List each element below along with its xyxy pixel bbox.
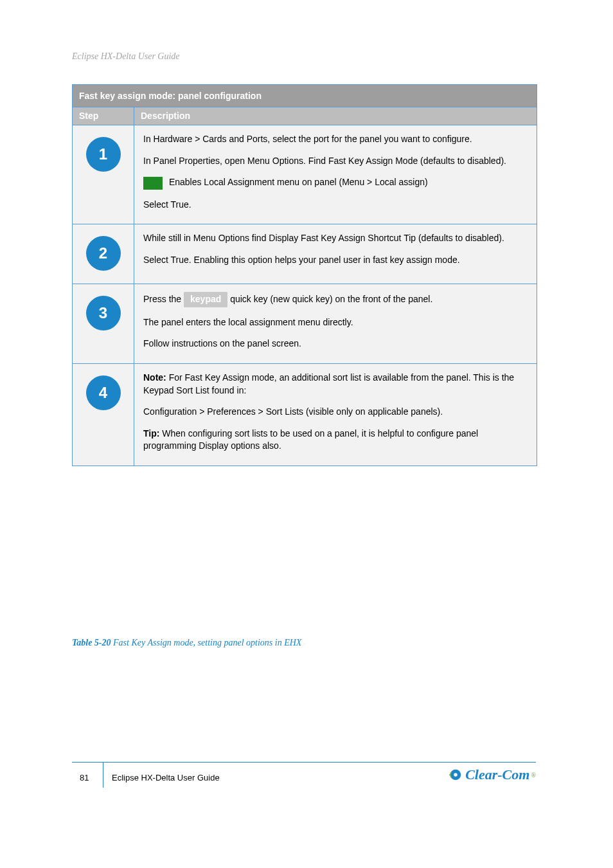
- step-cell: 4: [73, 364, 134, 466]
- step-text: The panel enters the local assignment me…: [143, 316, 528, 329]
- step-badge: 3: [86, 296, 121, 330]
- footer-doc-title: Eclipse HX-Delta User Guide: [112, 773, 220, 782]
- svg-rect-2: [450, 774, 452, 776]
- brand-logo: Clear-Com ®: [449, 766, 536, 783]
- green-swatch-icon: [143, 177, 163, 190]
- col-step-header: Step: [73, 107, 134, 125]
- step-text: Configuration > Preferences > Sort Lists…: [143, 406, 528, 419]
- running-header: Eclipse HX-Delta User Guide: [72, 51, 536, 62]
- svg-rect-4: [450, 776, 452, 777]
- table-caption: Table 5-20 Fast Key Assign mode, setting…: [72, 638, 301, 648]
- step-text: In Hardware > Cards and Ports, select th…: [143, 133, 528, 146]
- step-text: Press the keypad quick key (new quick ke…: [143, 292, 528, 307]
- page-number: 81: [80, 773, 89, 782]
- step-description: While still in Menu Options find Display…: [134, 224, 537, 284]
- footer-rule: [72, 762, 536, 763]
- tip-label: Tip:: [143, 428, 159, 439]
- instruction-table: Fast key assign mode: panel configuratio…: [72, 84, 537, 466]
- step-text: Follow instructions on the panel screen.: [143, 338, 528, 350]
- step-tip: Tip: When configuring sort lists to be u…: [143, 428, 528, 453]
- step-badge: 2: [86, 236, 121, 271]
- note-text: For Fast Key Assign mode, an additional …: [143, 372, 514, 395]
- col-desc-header: Description: [134, 107, 537, 125]
- caption-text: Fast Key Assign mode, setting panel opti…: [111, 638, 302, 647]
- step-cell: 1: [73, 125, 134, 224]
- registered-mark-icon: ®: [531, 772, 536, 779]
- tip-text: When configuring sort lists to be used o…: [143, 428, 478, 451]
- step-text: In Panel Properties, open Menu Options. …: [143, 155, 528, 168]
- step-note: Note: For Fast Key Assign mode, an addit…: [143, 372, 528, 397]
- step-cell: 2: [73, 224, 134, 284]
- brand-mark-icon: [449, 768, 463, 782]
- table-title: Fast key assign mode: panel configuratio…: [73, 85, 537, 107]
- footer-tick: [103, 762, 103, 788]
- step-swatch-line: Enables Local Assignment menu on panel (…: [143, 176, 528, 189]
- step-description: In Hardware > Cards and Ports, select th…: [134, 125, 537, 224]
- step-cell: 3: [73, 284, 134, 364]
- swatch-note-text: Enables Local Assignment menu on panel (…: [169, 177, 428, 187]
- caption-id: Table 5-20: [72, 638, 111, 647]
- step-text: While still in Menu Options find Display…: [143, 232, 528, 245]
- svg-rect-3: [450, 772, 452, 773]
- step-text: Select True.: [143, 199, 528, 212]
- step-badge: 4: [86, 375, 121, 410]
- step-text: Select True. Enabling this option helps …: [143, 254, 528, 267]
- step-text-before: Press the: [143, 294, 184, 304]
- step-badge: 1: [86, 137, 121, 172]
- brand-wordmark: Clear-Com: [465, 766, 529, 783]
- step-description: Press the keypad quick key (new quick ke…: [134, 284, 537, 364]
- keypad-button-icon: keypad: [184, 292, 227, 307]
- svg-point-1: [454, 773, 458, 777]
- note-label: Note:: [143, 372, 166, 383]
- step-text-after: quick key (new quick key) on the front o…: [230, 294, 432, 304]
- step-description: Note: For Fast Key Assign mode, an addit…: [134, 364, 537, 466]
